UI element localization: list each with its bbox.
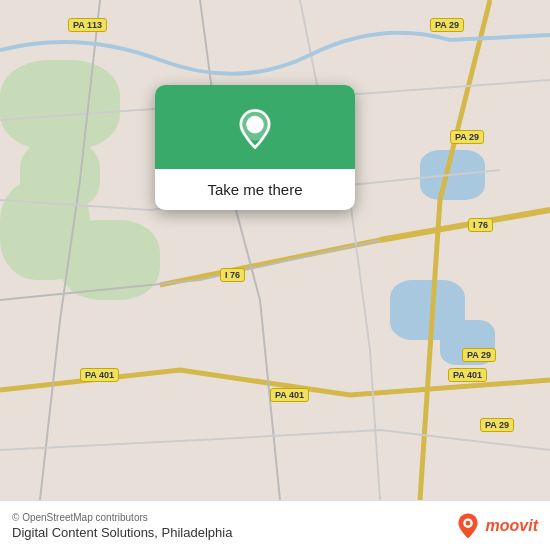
road-badge-i76-left: I 76 <box>220 268 245 282</box>
road-badge-i76-right: I 76 <box>468 218 493 232</box>
road-badge-pa401-left: PA 401 <box>80 368 119 382</box>
bottom-info: © OpenStreetMap contributors Digital Con… <box>12 512 232 540</box>
road-badge-pa401-right: PA 401 <box>448 368 487 382</box>
moovit-pin-icon <box>454 512 482 540</box>
road-badge-pa29-top: PA 29 <box>430 18 464 32</box>
road-badge-pa401-mid: PA 401 <box>270 388 309 402</box>
moovit-logo[interactable]: moovit <box>454 512 538 540</box>
app-name-label: Digital Content Solutions, Philadelphia <box>12 525 232 540</box>
road-badge-pa29-mid: PA 29 <box>450 130 484 144</box>
roads-layer <box>0 0 550 500</box>
map-view[interactable]: PA 113 PA 29 PA 29 I 76 I 76 PA 401 PA 4… <box>0 0 550 500</box>
svg-point-4 <box>465 520 470 525</box>
popup-header <box>155 85 355 169</box>
bottom-bar: © OpenStreetMap contributors Digital Con… <box>0 500 550 550</box>
road-badge-pa29-bot: PA 29 <box>462 348 496 362</box>
take-me-there-button[interactable]: Take me there <box>191 169 318 210</box>
moovit-brand-text: moovit <box>486 517 538 535</box>
copyright-text: © OpenStreetMap contributors <box>12 512 232 523</box>
map-popup: Take me there <box>155 85 355 210</box>
road-badge-pa113: PA 113 <box>68 18 107 32</box>
svg-point-2 <box>250 119 261 130</box>
location-pin-icon <box>233 107 277 151</box>
road-badge-pa29-bot2: PA 29 <box>480 418 514 432</box>
